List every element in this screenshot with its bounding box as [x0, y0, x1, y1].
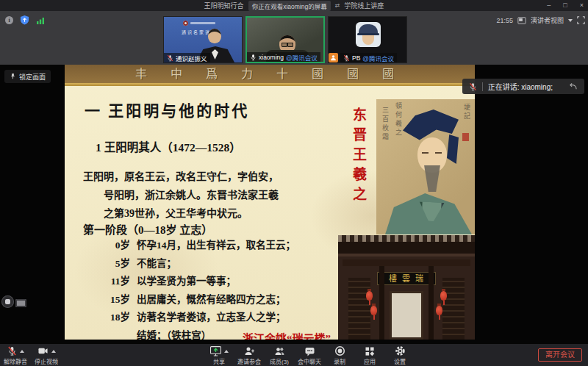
pin-icon	[10, 73, 16, 80]
timeline-age: 11岁	[105, 273, 130, 287]
floating-preview-widget[interactable]	[15, 299, 26, 307]
video-thumbnail-xiaoming[interactable]: xiaoming@腾讯会议	[245, 16, 325, 63]
mic-on-icon	[250, 54, 257, 61]
red-lantern	[436, 306, 442, 315]
timeline-age: 5岁	[105, 255, 130, 270]
doorway	[390, 291, 423, 340]
unmute-label: 解除静音	[4, 357, 27, 365]
timeline-text: 访著名学者娄谅，立志圣人之学；	[137, 309, 286, 323]
video-thumbnail-zhaozhenyi[interactable]: 通识名家讲座 通识赵振义	[163, 16, 243, 63]
participant-head	[208, 29, 221, 43]
participant-org: @腾讯会议	[362, 54, 394, 62]
pin-view-button[interactable]: 锁定画面	[4, 70, 51, 83]
person-icon	[330, 54, 337, 61]
video-options-caret[interactable]	[51, 350, 56, 353]
toolbar-left-group: 解除静音 停止视频	[3, 345, 59, 365]
members-label: 成员(3)	[270, 357, 289, 365]
eave-beam	[343, 259, 470, 266]
slide-timeline: 0岁怀孕14月，出生有祥云，取名王云； 5岁不能言； 11岁以学圣贤为第一等事；…	[105, 237, 295, 340]
participant-name: xiaoming	[259, 54, 284, 61]
settings-label: 设置	[394, 357, 406, 365]
university-logo-icon	[183, 21, 188, 26]
window-controls: – □ ×	[547, 0, 584, 11]
close-button[interactable]: ×	[580, 0, 584, 11]
leave-meeting-button[interactable]: 离开会议	[538, 348, 582, 362]
timeline-age: 0岁	[105, 237, 130, 251]
layout-icon	[517, 16, 526, 25]
timeline-text: 以学圣贤为第一等事；	[137, 273, 236, 287]
share-options-caret[interactable]	[224, 350, 229, 353]
stop-video-button[interactable]: 停止视频	[34, 345, 59, 365]
maximize-button[interactable]: □	[563, 0, 567, 11]
timeline-row: 5岁不能言；	[105, 255, 295, 273]
participant-name: 通识赵振义	[176, 54, 207, 62]
chevron-down-icon[interactable]	[568, 19, 573, 22]
video-thumbnail-pb[interactable]: PB@腾讯会议	[328, 16, 407, 63]
timeline-age: 15岁	[105, 291, 130, 306]
apps-button[interactable]: 应用	[357, 345, 382, 365]
settings-gear-icon	[395, 345, 406, 356]
record-icon	[334, 345, 345, 356]
participant-name-label: PB@腾讯会议	[329, 53, 400, 62]
plaque-ruiyunlou: 樓雲瑞	[377, 272, 436, 285]
minimize-button[interactable]: –	[547, 0, 551, 11]
calligraphy-column: 埂記	[462, 104, 472, 121]
slide-red-caption: 浙江余姚“瑞云楼”	[243, 330, 331, 340]
titlebar-center: 王阳明知行合 你正在观看xiaoming的屏幕 ⇄ 学院线上讲座	[204, 1, 384, 11]
floating-reaction-button[interactable]	[1, 295, 14, 308]
view-status: 21:55 演讲者视图	[496, 15, 585, 25]
pillar	[429, 266, 434, 340]
calligraphy-banner: 丰 中 爲 力 十 國 國 國	[65, 65, 475, 83]
unmute-button[interactable]: 解除静音	[3, 345, 28, 365]
timeline-text: 不能言；	[137, 255, 176, 270]
avatar	[356, 22, 381, 47]
camera-icon	[37, 346, 49, 356]
meeting-info-icon[interactable]: i	[5, 16, 13, 24]
reply-arrow-icon[interactable]	[568, 82, 578, 90]
fullscreen-icon[interactable]	[577, 16, 585, 24]
apps-label: 应用	[364, 357, 376, 365]
timeline-row: 15岁出居庸关，慨然有经略四方之志；	[105, 291, 295, 309]
mic-muted-icon	[167, 54, 173, 62]
banner-gold-line	[65, 83, 475, 86]
lattice-panel	[442, 278, 465, 340]
meeting-title: 王阳明知行合	[204, 1, 244, 10]
security-shield-icon[interactable]	[20, 15, 29, 25]
roof	[338, 242, 475, 256]
portrait-eye	[435, 152, 442, 154]
network-signal-icon[interactable]	[36, 16, 45, 25]
chat-button[interactable]: 会中聊天	[297, 345, 322, 365]
ruiyunlou-building-image: 樓雲瑞	[338, 235, 475, 340]
speaking-label: 正在讲话: xiaoming;	[488, 81, 553, 92]
meeting-toolbar: 解除静音 停止视频 共享 邀	[0, 344, 588, 366]
toolbar-center-group: 共享 邀请参会 成员(3) 会中聊天	[207, 345, 412, 365]
lattice-panel	[348, 278, 370, 340]
mic-options-caret[interactable]	[20, 350, 24, 353]
members-button[interactable]: 成员(3)	[267, 345, 292, 365]
settings-button[interactable]: 设置	[387, 345, 412, 365]
presentation-slide: 丰 中 爲 力 十 國 國 國 一 王阳明与他的时代 1 王阳明其人（1472—…	[65, 65, 475, 340]
invite-icon	[244, 346, 255, 356]
mic-muted-icon[interactable]	[469, 82, 477, 91]
record-button[interactable]: 录制	[327, 345, 352, 365]
pillar	[379, 266, 384, 340]
timeline-row: 0岁怀孕14月，出生有祥云，取名王云；	[105, 237, 295, 255]
timeline-row: 18岁访著名学者娄谅，立志圣人之学；	[105, 309, 295, 327]
name-chip: PB@腾讯会议	[340, 53, 397, 62]
share-screen-button[interactable]: 共享	[207, 345, 232, 365]
slide-stage-heading: 第一阶段（0—18岁 立志）	[83, 221, 212, 237]
meeting-subtitle: 学院线上讲座	[344, 1, 384, 10]
chat-label: 会中聊天	[298, 357, 321, 365]
members-icon	[274, 346, 285, 356]
view-mode-label[interactable]: 演讲者视图	[531, 15, 564, 25]
portrait-beard	[423, 165, 442, 192]
portrait-eye	[422, 152, 429, 154]
mic-muted-icon	[7, 345, 17, 356]
participant-name-label: 通识赵振义	[164, 53, 210, 62]
calligraphy-column: 頓何羲之	[394, 102, 404, 137]
invite-button[interactable]: 邀请参会	[237, 345, 262, 365]
switch-view-icon[interactable]: ⇄	[335, 2, 340, 9]
red-lantern	[370, 306, 377, 315]
timeline-text: 结婚；（铁柱宫）	[137, 327, 211, 340]
avatar-face	[362, 35, 374, 45]
